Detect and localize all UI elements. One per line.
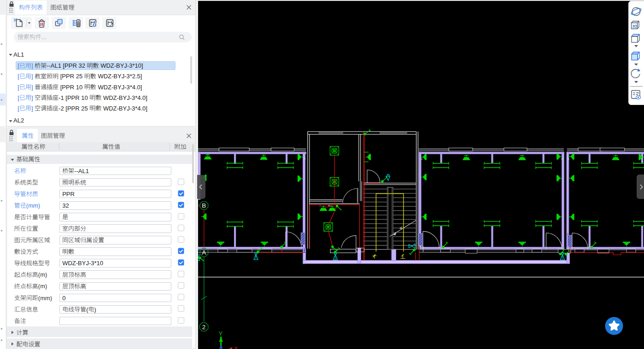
svg-text:G: G [421, 157, 423, 160]
svg-text:B: B [202, 202, 206, 209]
svg-text:I: I [320, 204, 320, 207]
svg-text:Y: Y [219, 330, 223, 337]
svg-text:G: G [561, 157, 563, 160]
svg-text:G: G [567, 157, 569, 160]
svg-text:2: 2 [202, 324, 206, 331]
svg-text:A: A [202, 249, 206, 256]
svg-text:G: G [304, 157, 306, 160]
svg-text:X: X [234, 346, 238, 349]
svg-text:3D: 3D [632, 24, 637, 29]
